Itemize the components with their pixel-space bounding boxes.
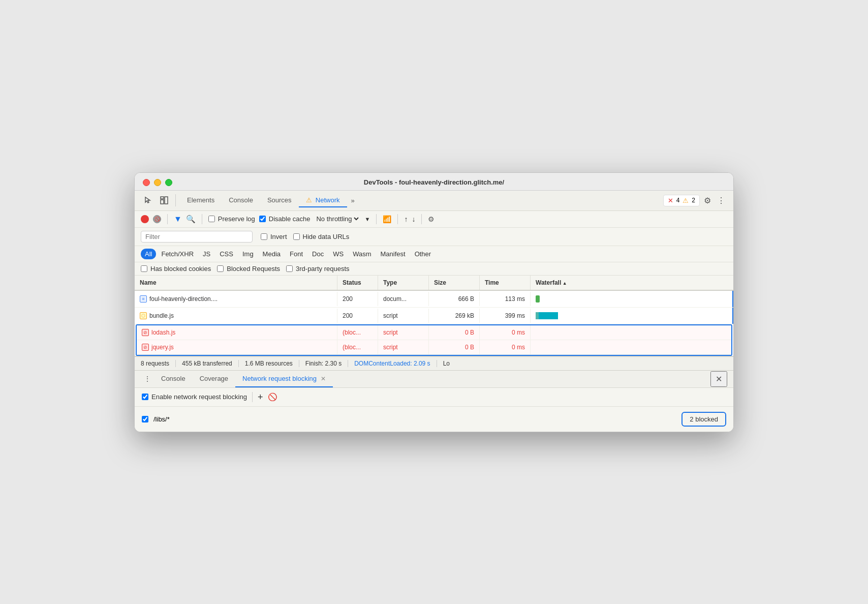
tab-close-icon[interactable]: ✕: [321, 375, 326, 382]
blocking-toolbar: Enable network request blocking + 🚫: [135, 388, 733, 407]
disable-cache-checkbox[interactable]: Disable cache: [259, 215, 311, 223]
row-name: ≡ foul-heavenly-direction....: [135, 292, 337, 306]
table-row[interactable]: ≡ foul-heavenly-direction.... 200 docum.…: [135, 291, 733, 308]
blocked-cookies-checkbox[interactable]: Has blocked cookies: [141, 265, 211, 273]
hide-data-urls-input[interactable]: [293, 233, 300, 240]
tab-sources[interactable]: Sources: [260, 194, 299, 207]
type-filter-all[interactable]: All: [141, 249, 156, 259]
upload-icon: ↑: [404, 215, 408, 223]
error-count: 4: [676, 197, 680, 204]
row-status: 200: [337, 309, 378, 323]
file-name-text: foul-heavenly-direction....: [149, 295, 218, 303]
blocked-requests-input[interactable]: [217, 265, 224, 272]
row-name: ⊘ jquery.js: [137, 340, 337, 354]
file-name-text: bundle.js: [149, 312, 174, 319]
enable-blocking-checkbox[interactable]: Enable network request blocking: [142, 393, 247, 401]
tab-console-bottom[interactable]: Console: [154, 371, 193, 387]
invert-checkbox[interactable]: Invert: [261, 233, 287, 240]
wifi-icon: 📶: [383, 215, 391, 223]
tab-coverage[interactable]: Coverage: [193, 371, 235, 387]
preserve-log-input[interactable]: [208, 216, 215, 222]
tab-more-button[interactable]: »: [347, 194, 359, 207]
col-type[interactable]: Type: [378, 276, 429, 290]
close-button[interactable]: [143, 179, 150, 186]
type-filter-manifest[interactable]: Manifest: [376, 249, 409, 259]
cookie-filter-row: Has blocked cookies Blocked Requests 3rd…: [135, 262, 733, 276]
tab-elements[interactable]: Elements: [180, 194, 222, 207]
type-filter-row: All Fetch/XHR JS CSS Img Media Font Doc …: [135, 246, 733, 262]
resources-size: 1.6 MB resources: [239, 360, 299, 367]
col-status[interactable]: Status: [337, 276, 378, 290]
error-icon: ✕: [668, 197, 673, 204]
devtools-window: DevTools - foul-heavenly-direction.glitc…: [134, 172, 734, 432]
network-warn-icon: ⚠: [306, 196, 312, 204]
more-options-button[interactable]: ⋮: [715, 194, 727, 207]
minimize-button[interactable]: [154, 179, 161, 186]
rule-checkbox[interactable]: [142, 416, 148, 422]
col-size[interactable]: Size: [429, 276, 480, 290]
row-waterfall: [531, 291, 733, 307]
type-filter-media[interactable]: Media: [259, 249, 285, 259]
type-filter-ws[interactable]: WS: [329, 249, 348, 259]
settings-button[interactable]: ⚙: [702, 194, 713, 207]
disable-cache-input[interactable]: [259, 216, 266, 222]
network-settings-icon[interactable]: ⚙: [428, 215, 435, 223]
maximize-button[interactable]: [165, 179, 172, 186]
type-filter-font[interactable]: Font: [286, 249, 307, 259]
inspect-element-button[interactable]: [157, 194, 171, 206]
dom-content-loaded[interactable]: DOMContentLoaded: 2.09 s: [348, 360, 437, 367]
throttle-select[interactable]: No throttling: [314, 215, 360, 223]
svg-rect-0: [161, 197, 164, 199]
toolbar-separator: [175, 194, 176, 206]
table-row[interactable]: ⊘ jquery.js (bloc... script 0 B 0 ms: [137, 340, 731, 355]
col-time[interactable]: Time: [480, 276, 531, 290]
col-waterfall[interactable]: Waterfall: [531, 276, 733, 290]
type-filter-wasm[interactable]: Wasm: [349, 249, 375, 259]
row-type: docum...: [378, 292, 429, 306]
table-row[interactable]: ⊘ lodash.js (bloc... script 0 B 0 ms: [137, 325, 731, 340]
row-waterfall: [531, 329, 731, 336]
blocked-cookies-label: Has blocked cookies: [150, 265, 211, 273]
col-name[interactable]: Name: [135, 276, 337, 290]
filter-input[interactable]: [145, 233, 206, 240]
hide-data-urls-label: Hide data URLs: [303, 233, 350, 240]
tab-console[interactable]: Console: [222, 194, 260, 207]
type-filter-other[interactable]: Other: [411, 249, 436, 259]
blocked-cookies-input[interactable]: [141, 265, 147, 272]
tab-network[interactable]: ⚠ ⚠ Network Network: [299, 194, 347, 207]
row-waterfall: [531, 344, 731, 351]
toolbar-sep-1: [167, 214, 168, 224]
type-filter-js[interactable]: JS: [199, 249, 214, 259]
waterfall-bar-blue: [539, 312, 558, 319]
row-type: script: [378, 325, 429, 340]
third-party-input[interactable]: [286, 265, 293, 272]
third-party-label: 3rd-party requests: [296, 265, 350, 273]
hide-data-urls-checkbox[interactable]: Hide data URLs: [293, 233, 350, 240]
filter-icon[interactable]: ▼: [174, 215, 182, 224]
type-filter-css[interactable]: CSS: [215, 249, 237, 259]
doc-icon: ≡: [140, 295, 147, 303]
invert-input[interactable]: [261, 233, 267, 240]
enable-blocking-input[interactable]: [142, 394, 148, 400]
type-filter-xhr[interactable]: Fetch/XHR: [157, 249, 198, 259]
table-row[interactable]: ⬡ bundle.js 200 script 269 kB 399 ms: [135, 308, 733, 324]
table-header: Name Status Type Size Time Waterfall: [135, 276, 733, 291]
blocked-requests-checkbox[interactable]: Blocked Requests: [217, 265, 280, 273]
stop-recording-button[interactable]: 🚫: [153, 215, 161, 223]
block-all-button[interactable]: 🚫: [268, 392, 277, 402]
invert-label: Invert: [270, 233, 287, 240]
type-filter-img[interactable]: Img: [238, 249, 258, 259]
add-pattern-button[interactable]: +: [258, 392, 263, 402]
preserve-log-checkbox[interactable]: Preserve log: [208, 215, 255, 223]
waterfall-time-line: [732, 308, 733, 324]
third-party-checkbox[interactable]: 3rd-party requests: [286, 265, 350, 273]
search-icon[interactable]: 🔍: [186, 215, 196, 224]
network-toolbar: 🚫 ▼ 🔍 Preserve log Disable cache No thro…: [135, 211, 733, 228]
row-type: script: [378, 340, 429, 354]
bottom-more-button[interactable]: ⋮: [141, 371, 154, 387]
type-filter-doc[interactable]: Doc: [308, 249, 328, 259]
cursor-tool-button[interactable]: [141, 194, 155, 206]
record-button[interactable]: [141, 215, 149, 223]
tab-network-request-blocking[interactable]: Network request blocking ✕: [235, 371, 333, 387]
panel-close-button[interactable]: ✕: [710, 371, 727, 387]
